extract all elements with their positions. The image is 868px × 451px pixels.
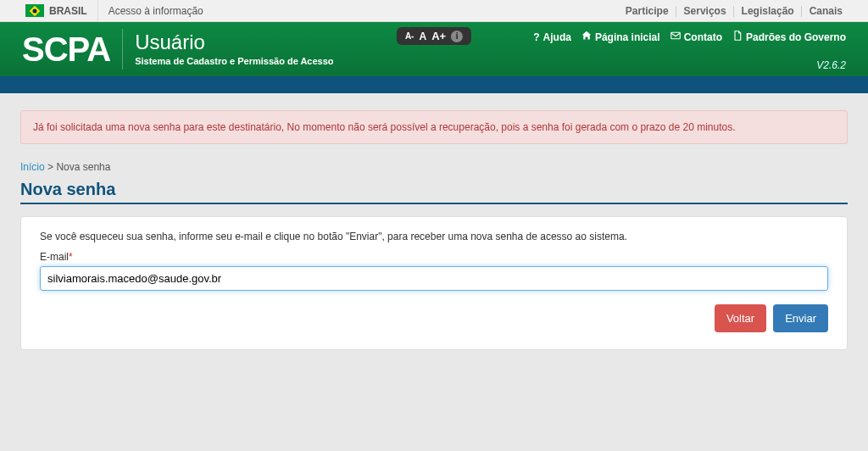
voltar-button[interactable]: Voltar: [715, 304, 766, 332]
padroes-link[interactable]: Padrões do Governo: [732, 31, 846, 43]
document-icon: [732, 31, 743, 43]
breadcrumb-separator: >: [47, 161, 53, 173]
email-field[interactable]: [40, 266, 828, 291]
top-bar-left: BRASIL Acesso à informação: [8, 0, 203, 22]
brasil-text: BRASIL: [49, 5, 87, 17]
acesso-informacao-link[interactable]: Acesso à informação: [108, 5, 203, 17]
required-mark: *: [69, 251, 73, 263]
alert-box: Já foi solicitada uma nova senha para es…: [20, 110, 848, 144]
header-links: ? Ajuda Página inicial Contato Padrões d…: [533, 31, 846, 43]
module-title: Usuário: [135, 31, 333, 54]
contato-label: Contato: [684, 31, 722, 43]
svg-rect-0: [670, 32, 680, 39]
help-icon: ?: [533, 31, 539, 43]
pagina-inicial-link[interactable]: Página inicial: [581, 31, 660, 43]
gov-top-bar: BRASIL Acesso à informação Participe Ser…: [0, 0, 868, 22]
button-row: Voltar Enviar: [40, 304, 828, 332]
app-header: SCPA Usuário Sistema de Cadastro e Permi…: [0, 22, 868, 76]
module-subtitle: Sistema de Cadastro e Permissão de Acess…: [135, 56, 333, 66]
participe-link[interactable]: Participe: [626, 5, 669, 17]
home-icon: [581, 31, 592, 43]
version-label: V2.6.2: [816, 59, 846, 71]
breadcrumb-current: Nova senha: [56, 161, 110, 173]
content-area: Já foi solicitada uma nova senha para es…: [0, 93, 868, 367]
font-size-control: A- A A+ i: [397, 27, 471, 45]
divider: [97, 0, 98, 22]
font-reset-button[interactable]: A: [419, 31, 426, 42]
alert-message: Já foi solicitada uma nova senha para es…: [33, 121, 736, 133]
app-logo[interactable]: SCPA: [22, 29, 123, 70]
top-bar-right: Participe Serviços Legislação Canais: [626, 5, 860, 17]
instructions-text: Se você esqueceu sua senha, informe seu …: [40, 231, 828, 242]
email-label-text: E-mail: [40, 251, 69, 263]
ajuda-label: Ajuda: [543, 31, 571, 43]
email-label: E-mail*: [40, 251, 828, 263]
padroes-label: Padrões do Governo: [746, 31, 846, 43]
breadcrumb-home-link[interactable]: Início: [20, 161, 45, 173]
breadcrumb: Início > Nova senha: [20, 161, 848, 173]
page-title: Nova senha: [20, 180, 848, 199]
title-block: Usuário Sistema de Cadastro e Permissão …: [123, 29, 333, 66]
font-increase-button[interactable]: A+: [431, 30, 446, 42]
title-underline: [20, 203, 848, 204]
canais-link[interactable]: Canais: [810, 5, 843, 17]
form-panel: Se você esqueceu sua senha, informe seu …: [20, 216, 848, 350]
contato-link[interactable]: Contato: [670, 31, 722, 43]
font-decrease-button[interactable]: A-: [405, 31, 415, 41]
mail-icon: [670, 31, 681, 43]
legislacao-link[interactable]: Legislação: [742, 5, 794, 17]
font-info-icon[interactable]: i: [451, 31, 463, 42]
brasil-logo[interactable]: BRASIL: [8, 4, 87, 17]
nav-bar: [0, 76, 868, 93]
pagina-inicial-label: Página inicial: [595, 31, 660, 43]
enviar-button[interactable]: Enviar: [773, 304, 828, 332]
ajuda-link[interactable]: ? Ajuda: [533, 31, 571, 43]
servicos-link[interactable]: Serviços: [684, 5, 726, 17]
flag-icon: [25, 4, 44, 17]
